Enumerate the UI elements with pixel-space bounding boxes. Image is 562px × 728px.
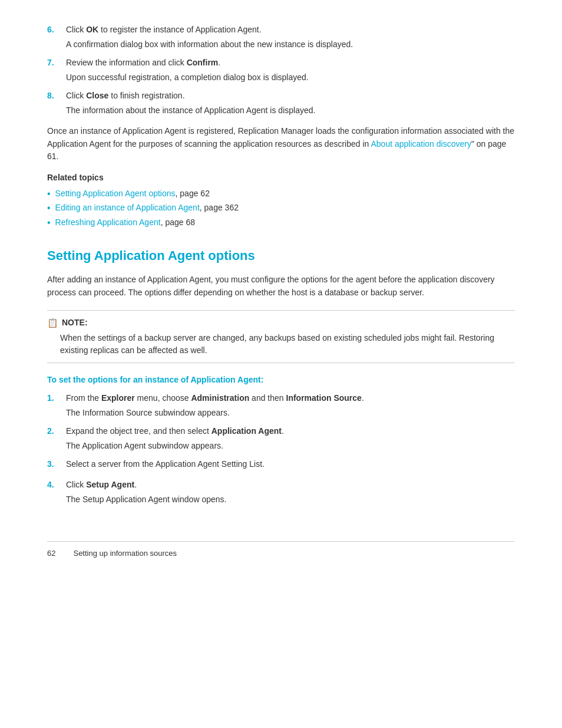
step-number: 3. [47,458,66,470]
step-number: 2. [47,425,66,437]
bullet-icon: • [47,216,51,229]
section-intro-paragraph: After adding an instance of Application … [47,274,515,299]
procedure-step-item: 2. Expand the object tree, and then sele… [47,425,515,452]
note-label: 📋 NOTE: [47,317,515,330]
step-number: 4. [47,479,66,491]
related-topic-item: • Refreshing Application Agent, page 68 [47,216,515,229]
procedure-steps-section: 1. From the Explorer menu, choose Admini… [47,392,515,506]
note-text: When the settings of a backup server are… [60,332,515,357]
procedure-heading: To set the options for an instance of Ap… [47,374,515,386]
step-sub: The Information Source subwindow appears… [66,407,515,419]
step-main: Select a server from the Application Age… [66,458,515,470]
section-heading: Setting Application Agent options [47,246,515,265]
step-sub: Upon successful registration, a completi… [66,71,515,84]
related-topics-heading: Related topics [47,172,515,184]
footer-title: Setting up information sources [73,548,177,559]
footer-page-number: 62 [47,548,55,559]
related-topic-link[interactable]: Editing an instance of Application Agent [55,203,200,212]
note-icon: 📋 [47,317,58,330]
related-topics-section: Related topics • Setting Application Age… [47,172,515,229]
procedure-step-item: 1. From the Explorer menu, choose Admini… [47,392,515,419]
procedure-step-item: 4. Click Setup Agent.The Setup Applicati… [47,479,515,506]
bullet-icon: • [47,202,51,215]
step-main: Click Setup Agent. [66,479,515,491]
step-sub: The Application Agent subwindow appears. [66,440,515,452]
note-box: 📋 NOTE: When the settings of a backup se… [47,310,515,364]
step-sub: The information about the instance of Ap… [66,104,515,117]
step-item: 7. Review the information and click Conf… [47,57,515,84]
intro-paragraph: Once an instance of Application Agent is… [47,125,515,163]
step-main: Review the information and click Confirm… [66,57,515,69]
related-topic-item: • Setting Application Agent options, pag… [47,187,515,200]
step-main: Click Close to finish registration. [66,90,515,102]
step-number: 1. [47,392,66,404]
step-content: Click Close to finish registration.The i… [66,90,515,117]
related-topic-link[interactable]: Refreshing Application Agent [55,218,161,227]
step-sub: The Setup Application Agent window opens… [66,493,515,506]
step-content: From the Explorer menu, choose Administr… [66,392,515,419]
related-topic-text: Editing an instance of Application Agent… [55,202,239,214]
step-sub: A confirmation dialog box with informati… [66,38,515,51]
step-content: Click OK to register the instance of App… [66,24,515,51]
step-content: Expand the object tree, and then select … [66,425,515,452]
step-main: Click OK to register the instance of App… [66,24,515,36]
step-content: Click Setup Agent.The Setup Application … [66,479,515,506]
about-discovery-link[interactable]: About application discovery [371,139,471,149]
step-content: Select a server from the Application Age… [66,458,515,473]
bullet-icon: • [47,187,51,200]
step-item: 8. Click Close to finish registration.Th… [47,90,515,117]
step-number: 8. [47,90,66,102]
footer: 62 Setting up information sources [47,541,515,559]
related-topics-list: • Setting Application Agent options, pag… [47,187,515,229]
step-content: Review the information and click Confirm… [66,57,515,84]
step-number: 7. [47,57,66,69]
related-topic-text: Setting Application Agent options, page … [55,187,210,200]
section-title: Setting Application Agent options [47,246,515,265]
related-topic-link[interactable]: Setting Application Agent options [55,189,176,198]
note-label-text: NOTE: [62,317,88,329]
procedure-heading-text: To set the options for an instance of Ap… [47,374,515,386]
procedure-step-item: 3. Select a server from the Application … [47,458,515,473]
related-topic-item: • Editing an instance of Application Age… [47,202,515,215]
step-item: 6. Click OK to register the instance of … [47,24,515,51]
note-container: 📋 NOTE: When the settings of a backup se… [47,310,515,364]
step-main: Expand the object tree, and then select … [66,425,515,437]
footer: 62 Setting up information sources [47,541,515,559]
step-main: From the Explorer menu, choose Administr… [66,392,515,404]
related-topic-text: Refreshing Application Agent, page 68 [55,216,195,229]
top-steps-section: 6. Click OK to register the instance of … [47,24,515,117]
step-number: 6. [47,24,66,36]
